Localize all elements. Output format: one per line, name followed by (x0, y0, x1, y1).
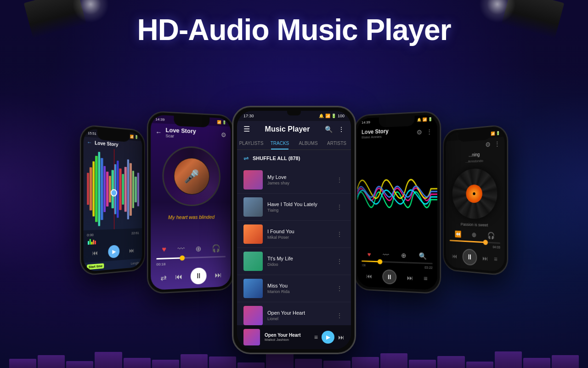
track-1-more[interactable]: ⋮ (334, 174, 345, 185)
phone-5-eq-icon[interactable]: ⚙ (485, 141, 491, 149)
phone-2-screen: 14:39 📶 🔋 ← Love Story Scar ⚙ My h (151, 115, 231, 290)
phone-3-screen: 17:30 🔔 📶 🔋 100 ☰ Music Player 🔍 ⋮ PLAYL… (237, 111, 351, 349)
phone-4-progress-dot (377, 259, 382, 264)
phone-4-icon-row: ♥ 〰 ⊕ 🔍 (362, 251, 433, 260)
phone-4-skip-fwd[interactable]: ⏭ (407, 274, 413, 282)
tab-albums[interactable]: ALBUMS (294, 137, 322, 150)
track-4-more[interactable]: ⋮ (334, 256, 345, 267)
phone-4-btn-row: ⏮ ⏸ ⏭ ≡ (362, 269, 433, 287)
phone-3-notch (287, 111, 301, 115)
phone-1-length: Length (131, 261, 139, 265)
phone-5-headphone-icon[interactable]: 🎧 (487, 231, 495, 239)
phone-2-heart-icon[interactable]: ♥ (162, 245, 166, 254)
phone-1-total-time: 22:61 (131, 231, 139, 235)
phone-4-zoom-icon[interactable]: 🔍 (418, 252, 426, 260)
phone-1-skip-fwd[interactable]: ⏭ (129, 247, 135, 254)
track-5-info: Miss You Marion Rida (267, 283, 330, 294)
track-6-name: Open Your Heart (267, 310, 330, 316)
bar-5 (124, 358, 151, 368)
phone-5-pause-button[interactable]: ⏸ (463, 248, 477, 266)
phone-5-playlist-icon[interactable]: ≡ (494, 255, 498, 263)
track-3-more[interactable]: ⋮ (334, 229, 345, 240)
bar-6 (152, 360, 179, 368)
track-item-4[interactable]: Tt's My Life Didoo ⋮ (237, 248, 351, 275)
bar-2 (38, 355, 65, 368)
phone-2-wave-icon[interactable]: 〰 (177, 245, 185, 253)
phone-1-screen: 15:51 📶 🔋 ← Love Story (84, 128, 142, 272)
phone-4-more-icon[interactable]: ⋮ (426, 128, 433, 136)
phone-4-wave-icon[interactable]: 〰 (383, 251, 389, 259)
phone-2-skip-fwd[interactable]: ⏭ (215, 271, 221, 279)
track-5-name: Miss You (267, 283, 330, 288)
start-time-badge: Start time (87, 263, 104, 270)
bar-14 (380, 353, 407, 368)
phone-4-plus-icon[interactable]: ⊕ (401, 252, 407, 259)
phone-4-skip-back[interactable]: ⏮ (367, 272, 373, 280)
phone-5-skip-fwd[interactable]: ⏭ (482, 254, 488, 262)
track-2-thumb (243, 197, 263, 217)
phone-2-singer (174, 158, 209, 194)
phone-1-back-icon[interactable]: ← (87, 139, 92, 146)
page-title: HD-Audio Music Player (0, 13, 588, 47)
phone-4-eq-icon[interactable]: ⚙ (417, 128, 423, 136)
track-5-artist: Marion Rida (267, 289, 330, 294)
phone-3: 17:30 🔔 📶 🔋 100 ☰ Music Player 🔍 ⋮ PLAYL… (232, 106, 356, 354)
bar-18 (495, 351, 522, 368)
bar-15 (409, 360, 436, 368)
bar-1 (9, 359, 36, 368)
track-5-more[interactable]: ⋮ (334, 283, 345, 294)
phone-1-icons: 📶 🔋 (130, 134, 139, 139)
phone-5-rewind-icon[interactable]: ⏪ (455, 230, 461, 238)
track-2-more[interactable]: ⋮ (334, 201, 345, 213)
np-play-button[interactable]: ▶ (322, 331, 334, 344)
phone-2-skip-back[interactable]: ⏮ (175, 272, 182, 281)
track-4-artist: Didoo (267, 262, 330, 267)
track-item-1[interactable]: My Love James shay ⋮ (237, 167, 351, 194)
np-playlist-icon[interactable]: ≡ (314, 334, 318, 341)
bar-13 (352, 357, 379, 368)
tab-playlists[interactable]: PLAYLISTS (237, 137, 266, 150)
phone-5-skip-back[interactable]: ⏮ (452, 252, 458, 259)
phone-2-content: 14:39 📶 🔋 ← Love Story Scar ⚙ My h (151, 115, 231, 290)
phone-1-skip-back[interactable]: ⏮ (92, 249, 98, 257)
now-playing-bar: Open Your Heart Maikol Jashion ≡ ▶ ⏭ (237, 325, 351, 349)
phone-5-more-icon[interactable]: ⋮ (494, 140, 500, 148)
more-icon[interactable]: ⋮ (338, 126, 345, 133)
phone-5: 🔔 📶 🔋 ⚙ ⋮ ...ning ...Arredondo Passion i… (443, 124, 508, 276)
now-playing-artist: Maikol Jashion (265, 338, 310, 342)
bar-8 (209, 356, 236, 368)
phones-container: 15:51 📶 🔋 ← Love Story (0, 55, 588, 354)
phone-4-heart-icon[interactable]: ♥ (368, 251, 371, 258)
track-4-info: Tt's My Life Didoo (267, 256, 330, 267)
track-item-5[interactable]: Miss You Marion Rida ⋮ (237, 275, 351, 302)
tab-tracks[interactable]: TRACKS (266, 137, 294, 150)
phone-1-eq (87, 236, 139, 245)
track-item-3[interactable]: I Found You Mikal Poser ⋮ (237, 221, 351, 248)
track-6-more[interactable]: ⋮ (334, 310, 345, 321)
np-skip-fwd[interactable]: ⏭ (338, 334, 345, 341)
shuffle-row[interactable]: ⇌ SHUFFLE ALL (878) (237, 150, 351, 167)
phone-1-play-button[interactable]: ▶ (108, 245, 119, 258)
phone-2-pause-button[interactable]: ⏸ (191, 267, 207, 284)
phone-1-time-display: 0:00 22:61 (87, 231, 139, 237)
phone-1-content: 15:51 📶 🔋 ← Love Story (84, 128, 142, 272)
track-item-6[interactable]: Open Your Heart Lionel ⋮ (237, 302, 351, 325)
track-2-artist: Tiaing (267, 208, 330, 213)
phone-2-eq-icon[interactable]: ⚙ (221, 131, 226, 138)
track-3-thumb (243, 224, 263, 244)
phone-4-current-time: :08 (362, 264, 366, 267)
phone-2-back[interactable]: ← (155, 128, 162, 136)
phone-2-headphone-icon[interactable]: 🎧 (212, 244, 220, 253)
phone-2-time-row: 00:18 (156, 260, 226, 266)
search-icon[interactable]: 🔍 (325, 126, 333, 133)
phone-2-shuffle[interactable]: ⇄ (161, 273, 167, 282)
tab-artists[interactable]: ARTISTS (322, 137, 351, 150)
phone-4-playlist-icon[interactable]: ≡ (424, 275, 427, 282)
phone-2-progress[interactable] (156, 256, 226, 259)
track-item-2[interactable]: Have I Told You Lately Tiaing ⋮ (237, 194, 351, 221)
phone-5-screen: 🔔 📶 🔋 ⚙ ⋮ ...ning ...Arredondo Passion i… (446, 128, 504, 272)
phone-5-plus-icon[interactable]: ⊕ (472, 231, 477, 238)
phone-2-plus-icon[interactable]: ⊕ (195, 244, 201, 253)
phone-4-pause-button[interactable]: ⏸ (382, 269, 396, 284)
hamburger-icon[interactable]: ☰ (243, 125, 250, 133)
